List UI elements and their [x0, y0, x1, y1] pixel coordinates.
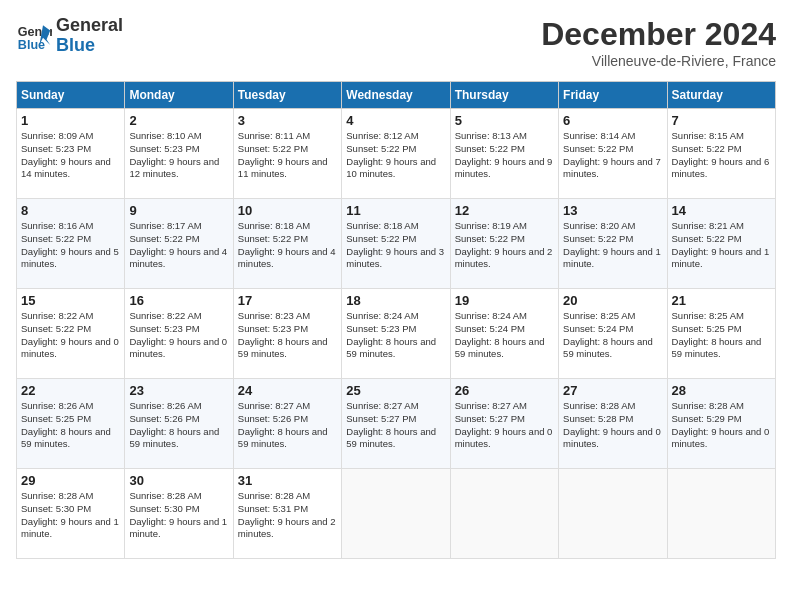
day-number: 19 [455, 293, 554, 308]
calendar-cell: 18Sunrise: 8:24 AMSunset: 5:23 PMDayligh… [342, 289, 450, 379]
day-number: 1 [21, 113, 120, 128]
day-number: 21 [672, 293, 771, 308]
day-number: 2 [129, 113, 228, 128]
day-number: 26 [455, 383, 554, 398]
day-number: 25 [346, 383, 445, 398]
calendar-cell: 30Sunrise: 8:28 AMSunset: 5:30 PMDayligh… [125, 469, 233, 559]
day-info: Sunrise: 8:13 AMSunset: 5:22 PMDaylight:… [455, 130, 554, 181]
calendar-cell: 28Sunrise: 8:28 AMSunset: 5:29 PMDayligh… [667, 379, 775, 469]
calendar-cell: 19Sunrise: 8:24 AMSunset: 5:24 PMDayligh… [450, 289, 558, 379]
day-info: Sunrise: 8:24 AMSunset: 5:23 PMDaylight:… [346, 310, 445, 361]
day-info: Sunrise: 8:25 AMSunset: 5:25 PMDaylight:… [672, 310, 771, 361]
weekday-header-friday: Friday [559, 82, 667, 109]
calendar-cell: 25Sunrise: 8:27 AMSunset: 5:27 PMDayligh… [342, 379, 450, 469]
calendar-cell: 8Sunrise: 8:16 AMSunset: 5:22 PMDaylight… [17, 199, 125, 289]
day-info: Sunrise: 8:20 AMSunset: 5:22 PMDaylight:… [563, 220, 662, 271]
day-number: 5 [455, 113, 554, 128]
day-info: Sunrise: 8:26 AMSunset: 5:26 PMDaylight:… [129, 400, 228, 451]
day-number: 16 [129, 293, 228, 308]
logo-text: General Blue [56, 16, 123, 56]
calendar-cell: 9Sunrise: 8:17 AMSunset: 5:22 PMDaylight… [125, 199, 233, 289]
weekday-header-tuesday: Tuesday [233, 82, 341, 109]
calendar-cell: 31Sunrise: 8:28 AMSunset: 5:31 PMDayligh… [233, 469, 341, 559]
day-info: Sunrise: 8:23 AMSunset: 5:23 PMDaylight:… [238, 310, 337, 361]
day-info: Sunrise: 8:18 AMSunset: 5:22 PMDaylight:… [238, 220, 337, 271]
calendar-cell: 7Sunrise: 8:15 AMSunset: 5:22 PMDaylight… [667, 109, 775, 199]
day-info: Sunrise: 8:22 AMSunset: 5:23 PMDaylight:… [129, 310, 228, 361]
month-title: December 2024 [541, 16, 776, 53]
day-info: Sunrise: 8:28 AMSunset: 5:30 PMDaylight:… [21, 490, 120, 541]
day-number: 4 [346, 113, 445, 128]
calendar-cell: 17Sunrise: 8:23 AMSunset: 5:23 PMDayligh… [233, 289, 341, 379]
calendar-cell: 1Sunrise: 8:09 AMSunset: 5:23 PMDaylight… [17, 109, 125, 199]
day-info: Sunrise: 8:14 AMSunset: 5:22 PMDaylight:… [563, 130, 662, 181]
calendar-cell [667, 469, 775, 559]
day-number: 24 [238, 383, 337, 398]
calendar-week-3: 15Sunrise: 8:22 AMSunset: 5:22 PMDayligh… [17, 289, 776, 379]
day-number: 6 [563, 113, 662, 128]
weekday-header-saturday: Saturday [667, 82, 775, 109]
calendar-week-5: 29Sunrise: 8:28 AMSunset: 5:30 PMDayligh… [17, 469, 776, 559]
calendar-cell: 5Sunrise: 8:13 AMSunset: 5:22 PMDaylight… [450, 109, 558, 199]
calendar-cell: 20Sunrise: 8:25 AMSunset: 5:24 PMDayligh… [559, 289, 667, 379]
day-number: 13 [563, 203, 662, 218]
day-info: Sunrise: 8:28 AMSunset: 5:28 PMDaylight:… [563, 400, 662, 451]
calendar-cell: 21Sunrise: 8:25 AMSunset: 5:25 PMDayligh… [667, 289, 775, 379]
day-info: Sunrise: 8:19 AMSunset: 5:22 PMDaylight:… [455, 220, 554, 271]
day-number: 8 [21, 203, 120, 218]
logo: General Blue General Blue [16, 16, 123, 56]
calendar-cell [450, 469, 558, 559]
day-info: Sunrise: 8:25 AMSunset: 5:24 PMDaylight:… [563, 310, 662, 361]
weekday-header-wednesday: Wednesday [342, 82, 450, 109]
day-info: Sunrise: 8:12 AMSunset: 5:22 PMDaylight:… [346, 130, 445, 181]
day-info: Sunrise: 8:24 AMSunset: 5:24 PMDaylight:… [455, 310, 554, 361]
day-number: 20 [563, 293, 662, 308]
weekday-header-sunday: Sunday [17, 82, 125, 109]
day-number: 14 [672, 203, 771, 218]
calendar-cell: 24Sunrise: 8:27 AMSunset: 5:26 PMDayligh… [233, 379, 341, 469]
day-info: Sunrise: 8:17 AMSunset: 5:22 PMDaylight:… [129, 220, 228, 271]
calendar-cell: 4Sunrise: 8:12 AMSunset: 5:22 PMDaylight… [342, 109, 450, 199]
day-number: 23 [129, 383, 228, 398]
day-number: 10 [238, 203, 337, 218]
calendar-table: SundayMondayTuesdayWednesdayThursdayFrid… [16, 81, 776, 559]
day-info: Sunrise: 8:27 AMSunset: 5:26 PMDaylight:… [238, 400, 337, 451]
day-info: Sunrise: 8:18 AMSunset: 5:22 PMDaylight:… [346, 220, 445, 271]
day-info: Sunrise: 8:15 AMSunset: 5:22 PMDaylight:… [672, 130, 771, 181]
calendar-week-4: 22Sunrise: 8:26 AMSunset: 5:25 PMDayligh… [17, 379, 776, 469]
calendar-header-row: SundayMondayTuesdayWednesdayThursdayFrid… [17, 82, 776, 109]
day-info: Sunrise: 8:27 AMSunset: 5:27 PMDaylight:… [455, 400, 554, 451]
calendar-cell: 22Sunrise: 8:26 AMSunset: 5:25 PMDayligh… [17, 379, 125, 469]
day-number: 18 [346, 293, 445, 308]
calendar-cell: 11Sunrise: 8:18 AMSunset: 5:22 PMDayligh… [342, 199, 450, 289]
day-number: 11 [346, 203, 445, 218]
day-number: 31 [238, 473, 337, 488]
calendar-cell: 23Sunrise: 8:26 AMSunset: 5:26 PMDayligh… [125, 379, 233, 469]
day-info: Sunrise: 8:10 AMSunset: 5:23 PMDaylight:… [129, 130, 228, 181]
calendar-cell: 15Sunrise: 8:22 AMSunset: 5:22 PMDayligh… [17, 289, 125, 379]
day-number: 27 [563, 383, 662, 398]
day-number: 9 [129, 203, 228, 218]
day-info: Sunrise: 8:27 AMSunset: 5:27 PMDaylight:… [346, 400, 445, 451]
calendar-cell [559, 469, 667, 559]
day-info: Sunrise: 8:16 AMSunset: 5:22 PMDaylight:… [21, 220, 120, 271]
calendar-cell: 13Sunrise: 8:20 AMSunset: 5:22 PMDayligh… [559, 199, 667, 289]
logo-icon: General Blue [16, 18, 52, 54]
day-info: Sunrise: 8:11 AMSunset: 5:22 PMDaylight:… [238, 130, 337, 181]
location-subtitle: Villeneuve-de-Riviere, France [541, 53, 776, 69]
calendar-cell: 3Sunrise: 8:11 AMSunset: 5:22 PMDaylight… [233, 109, 341, 199]
calendar-body: 1Sunrise: 8:09 AMSunset: 5:23 PMDaylight… [17, 109, 776, 559]
calendar-cell: 6Sunrise: 8:14 AMSunset: 5:22 PMDaylight… [559, 109, 667, 199]
day-info: Sunrise: 8:21 AMSunset: 5:22 PMDaylight:… [672, 220, 771, 271]
calendar-cell: 10Sunrise: 8:18 AMSunset: 5:22 PMDayligh… [233, 199, 341, 289]
day-number: 3 [238, 113, 337, 128]
day-number: 7 [672, 113, 771, 128]
day-number: 15 [21, 293, 120, 308]
calendar-week-2: 8Sunrise: 8:16 AMSunset: 5:22 PMDaylight… [17, 199, 776, 289]
day-number: 28 [672, 383, 771, 398]
calendar-cell: 27Sunrise: 8:28 AMSunset: 5:28 PMDayligh… [559, 379, 667, 469]
day-number: 30 [129, 473, 228, 488]
calendar-week-1: 1Sunrise: 8:09 AMSunset: 5:23 PMDaylight… [17, 109, 776, 199]
title-section: December 2024 Villeneuve-de-Riviere, Fra… [541, 16, 776, 69]
calendar-cell: 29Sunrise: 8:28 AMSunset: 5:30 PMDayligh… [17, 469, 125, 559]
